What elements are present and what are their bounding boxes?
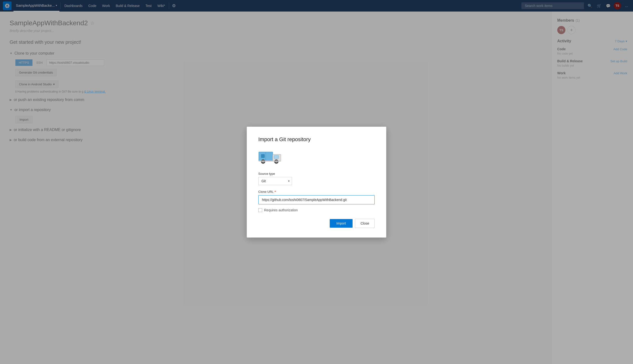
- clone-url-label: Clone URL *: [258, 190, 375, 194]
- clone-url-field[interactable]: [258, 195, 375, 204]
- requires-auth-row: Requires authorization: [258, 208, 375, 212]
- required-indicator: *: [275, 190, 276, 194]
- truck-illustration: [258, 148, 282, 165]
- requires-auth-checkbox[interactable]: [258, 208, 262, 212]
- svg-rect-5: [274, 155, 279, 159]
- source-type-label: Source type: [258, 172, 375, 176]
- close-modal-button[interactable]: Close: [355, 219, 375, 228]
- import-git-modal: Import a Git repository: [247, 127, 386, 238]
- modal-overlay[interactable]: Import a Git repository: [0, 0, 633, 364]
- source-type-select[interactable]: Git TFVC: [258, 177, 292, 185]
- svg-rect-10: [259, 160, 281, 162]
- requires-auth-label: Requires authorization: [264, 208, 298, 212]
- modal-title: Import a Git repository: [258, 136, 375, 142]
- import-confirm-button[interactable]: Import: [330, 219, 353, 228]
- modal-actions: Import Close: [258, 219, 375, 228]
- source-type-wrapper: Git TFVC ▾: [258, 177, 292, 185]
